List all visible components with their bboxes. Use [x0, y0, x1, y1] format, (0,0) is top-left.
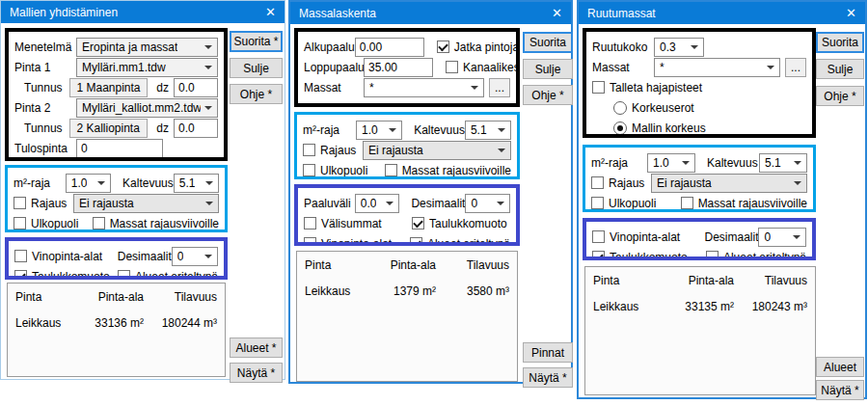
table-row[interactable]: Leikkaus 1379 m² 3580 m³ [305, 284, 509, 298]
jatka-pintoja-checkbox[interactable] [437, 40, 449, 53]
raja-group: m²-raja 1.0 Kaltevuus 5.1 Rajaus Ei raja… [294, 112, 520, 179]
desimaalit-dropdown[interactable]: 0 [758, 228, 806, 247]
ohje-button[interactable]: Ohje * [230, 84, 283, 104]
sulje-button[interactable]: Sulje [523, 59, 573, 79]
close-icon[interactable]: ✕ [552, 7, 562, 19]
vinopinta-alat-checkbox[interactable] [14, 250, 27, 262]
paaluvali-dropdown[interactable]: 0.0 [355, 194, 400, 213]
dialog-ruutumassat: Ruutumassat ✕ Ruutukoko 0.3 Massat * ...… [577, 0, 867, 399]
tunnus2-label: Tunnus [14, 122, 69, 135]
taulukkomuoto-checkbox[interactable] [14, 270, 27, 280]
taulukkomuoto-checkbox[interactable] [412, 217, 424, 230]
rajaus-dropdown[interactable]: Ei rajausta [363, 141, 511, 160]
dz1-input[interactable] [174, 78, 218, 97]
ohje-button[interactable]: Ohje * [523, 85, 573, 105]
cell-tilavuus: 3580 m³ [436, 284, 509, 298]
table-row[interactable]: Leikkaus 33135 m² 180243 m³ [593, 300, 807, 313]
rajaus-checkbox[interactable] [303, 144, 315, 156]
rajaus-label: Rajaus [320, 144, 363, 157]
talleta-hajapisteet-checkbox[interactable] [592, 81, 605, 94]
vinopinta-row: Vinopinta-alat Desimaalit 0 [14, 247, 218, 265]
tulospinta-input[interactable] [76, 139, 163, 158]
tulospinta-row: Tulospinta [14, 139, 218, 157]
dialog-title: Ruutumassat [587, 7, 656, 20]
title-bar[interactable]: Mallien yhdistäminen ✕ [1, 1, 285, 23]
m2raja-row: m²-raja 1.0 Kaltevuus 5.1 [14, 174, 219, 192]
chevron-down-icon [497, 202, 504, 205]
massat-rajausviivoille-checkbox[interactable] [93, 217, 105, 230]
alueet-eriteltyna-checkbox[interactable] [118, 270, 130, 280]
ohje-button[interactable]: Ohje * [816, 86, 864, 106]
desimaalit-dropdown[interactable]: 0 [465, 194, 510, 213]
suorita-button[interactable]: Suorita * [230, 31, 283, 52]
sulje-button[interactable]: Sulje [816, 59, 864, 79]
ruutukoko-dropdown[interactable]: 0.3 [654, 38, 704, 57]
korkeuserot-radio[interactable] [613, 101, 627, 115]
taulukkomuoto-checkbox[interactable] [592, 251, 605, 260]
m2raja-dropdown[interactable]: 1.0 [647, 153, 695, 173]
ulkopuoli-row: Ulkopuoli Massat rajausviivoille [303, 161, 511, 179]
alueet-eriteltyna-checkbox[interactable] [410, 237, 422, 246]
loppupaalu-input[interactable] [364, 58, 433, 77]
sulje-button[interactable]: Sulje [230, 58, 283, 78]
suorita-button[interactable]: Suorita [816, 32, 864, 53]
m2raja-dropdown[interactable]: 1.0 [356, 121, 402, 140]
desimaalit-label: Desimaalit [411, 197, 465, 210]
alueet-eriteltyna-checkbox[interactable] [706, 251, 719, 260]
alueet-button[interactable]: Alueet [816, 357, 864, 377]
vinopinta-alat-label: Vinopinta-alat [321, 237, 392, 247]
chevron-down-icon [204, 45, 212, 49]
massat-dropdown[interactable]: * [654, 58, 780, 77]
vinopinta-alat-checkbox[interactable] [304, 237, 316, 246]
menetelma-dropdown[interactable]: Eropinta ja massat [76, 38, 218, 57]
nayta-button[interactable]: Näytä * [230, 363, 283, 383]
pinta2-dropdown[interactable]: Mylläri_kalliot.mm2.tdw [76, 98, 218, 118]
vinopinta-alat-checkbox[interactable] [592, 230, 605, 243]
kaltevuus-dropdown[interactable]: 5.1 [759, 153, 807, 173]
rajaus-checkbox[interactable] [14, 197, 26, 209]
alkupaalu-label: Alkupaalu [304, 40, 355, 54]
column-header-pinta-ala: Pinta-ala [63, 290, 144, 304]
chevron-down-icon [498, 128, 505, 132]
column-header-pinta-ala: Pinta-ala [653, 274, 734, 287]
kanaalikeskiarvot-checkbox[interactable] [446, 61, 458, 73]
suorita-button[interactable]: Suorita [523, 32, 573, 53]
massat-rajausviivoille-checkbox[interactable] [681, 197, 693, 209]
ulkopuoli-checkbox[interactable] [591, 197, 604, 209]
taulukkomuoto-row: Taulukkomuoto Alueet eriteltynä [14, 267, 218, 280]
massat-dropdown[interactable]: * [364, 78, 484, 97]
vinopinta-row: Vinopinta-alat Alueet eriteltynä [304, 234, 510, 246]
m2raja-dropdown[interactable]: 1.0 [66, 174, 111, 193]
browse-button[interactable]: ... [785, 58, 806, 77]
rajaus-row: Rajaus Ei rajausta [14, 194, 219, 212]
title-bar[interactable]: Massalaskenta ✕ [290, 2, 571, 24]
browse-button[interactable]: ... [489, 78, 510, 97]
kaltevuus-dropdown[interactable]: 5.1 [174, 174, 219, 193]
kaltevuus-dropdown[interactable]: 5.1 [465, 121, 511, 140]
massat-rajausviivoille-checkbox[interactable] [385, 164, 397, 176]
ulkopuoli-row: Ulkopuoli Massat rajausviivoille [14, 214, 219, 232]
table-header: Pinta Pinta-ala Tilavuus [305, 258, 509, 272]
alkupaalu-input[interactable] [355, 38, 424, 57]
pinta1-dropdown[interactable]: Mylläri.mm1.tdw [76, 58, 218, 77]
cell-pinta: Leikkaus [15, 316, 63, 330]
ulkopuoli-checkbox[interactable] [303, 164, 315, 176]
close-icon[interactable]: ✕ [265, 6, 276, 18]
valisummat-checkbox[interactable] [304, 217, 316, 230]
chevron-down-icon [794, 161, 801, 165]
rajaus-dropdown[interactable]: Ei rajausta [73, 194, 219, 213]
title-bar[interactable]: Ruutumassat ✕ [579, 2, 865, 24]
rajaus-checkbox[interactable] [591, 176, 604, 189]
mallin-korkeus-radio[interactable] [613, 122, 627, 135]
table-row[interactable]: Leikkaus 33136 m² 180244 m³ [15, 316, 217, 330]
nayta-button[interactable]: Näytä * [816, 380, 864, 400]
desimaalit-dropdown[interactable]: 0 [172, 247, 218, 266]
pinnat-button[interactable]: Pinnat [523, 342, 573, 363]
dz2-input[interactable] [174, 119, 218, 138]
rajaus-dropdown[interactable]: Ei rajausta [651, 174, 807, 193]
dialog-mallien-yhdistaminen: Mallien yhdistäminen ✕ Menetelmä Eropint… [0, 0, 285, 380]
nayta-button[interactable]: Näytä * [523, 367, 573, 388]
close-icon[interactable]: ✕ [846, 7, 856, 19]
ulkopuoli-checkbox[interactable] [14, 217, 26, 230]
alueet-button[interactable]: Alueet * [230, 338, 283, 358]
